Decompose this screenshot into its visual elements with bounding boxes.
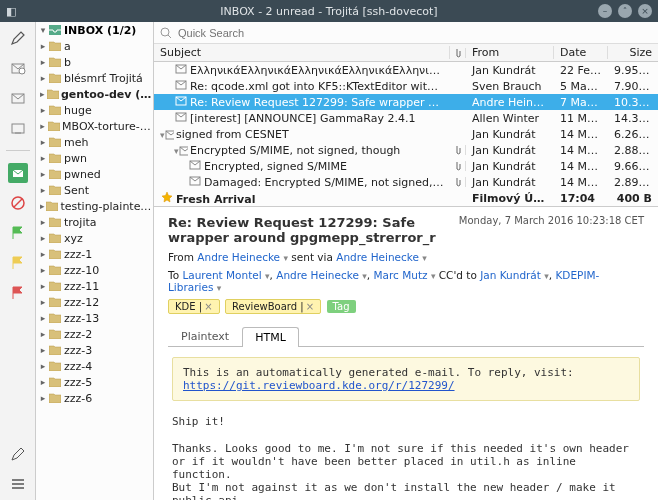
message-list[interactable]: ΕλληνικάΕλληνικάΕλληνικάΕλληνικάΕλληνικά… <box>154 62 658 206</box>
folder-item[interactable]: ▸zzz-1 <box>36 246 153 262</box>
tag-reviewboard[interactable]: ReviewBoard |× <box>225 299 321 314</box>
message-row[interactable]: ▾ Encrypted S/MIME, not signed, thoughJa… <box>154 142 658 158</box>
message-row[interactable]: Encrypted, signed S/MIMEJan Kundrát14 Ma… <box>154 158 658 174</box>
search-input[interactable] <box>178 27 652 39</box>
col-size[interactable]: Size <box>608 46 658 59</box>
folder-item[interactable]: ▸MBOX-torture-test <box>36 118 153 134</box>
expand-icon[interactable]: ▸ <box>38 393 48 403</box>
app-menu-icon[interactable]: ◧ <box>6 5 16 18</box>
message-row[interactable]: Damaged: Encrypted S/MIME, not signed, t… <box>154 174 658 190</box>
col-subject[interactable]: Subject <box>154 46 450 59</box>
folder-item[interactable]: ▸gentoo-dev (15… <box>36 86 153 102</box>
folder-item[interactable]: ▸pwned <box>36 166 153 182</box>
expand-icon[interactable]: ▸ <box>38 105 48 115</box>
mark-read-icon[interactable] <box>8 163 28 183</box>
expand-icon[interactable]: ▸ <box>38 265 48 275</box>
message-row[interactable]: Fresh ArrivalFilmový Účet17:04400 B <box>154 190 658 206</box>
from-link[interactable]: Andre Heinecke <box>197 251 280 263</box>
to-link[interactable]: Laurent Montel <box>182 269 261 281</box>
message-row[interactable]: Re: qcode.xml got into KF5::KTextEditor … <box>154 78 658 94</box>
expand-icon[interactable]: ▸ <box>38 57 48 67</box>
action-toolbar <box>0 22 36 500</box>
sent-via-link[interactable]: Andre Heinecke <box>336 251 419 263</box>
col-date[interactable]: Date <box>554 46 608 59</box>
message-row[interactable]: [interest] [ANNOUNCE] GammaRay 2.4.1Alle… <box>154 110 658 126</box>
folder-item[interactable]: ▸pwn <box>36 150 153 166</box>
expand-icon[interactable]: ▸ <box>38 329 48 339</box>
folder-item[interactable]: ▸zzz-6 <box>36 390 153 406</box>
expand-icon[interactable]: ▸ <box>38 89 47 99</box>
expand-icon[interactable]: ▸ <box>38 121 47 131</box>
expand-icon[interactable]: ▸ <box>38 137 48 147</box>
folder-item[interactable]: ▸testing-plaintext-f… <box>36 198 153 214</box>
expand-icon[interactable]: ▸ <box>38 377 48 387</box>
message-row[interactable]: Re: Review Request 127299: Safe wrapper … <box>154 94 658 110</box>
flag-green-icon[interactable] <box>8 223 28 243</box>
expand-icon[interactable]: ▸ <box>38 297 48 307</box>
close-button[interactable]: × <box>638 4 652 18</box>
expand-icon[interactable]: ▸ <box>38 41 48 51</box>
chevron-down-icon[interactable]: ▾ <box>283 253 288 263</box>
expand-icon[interactable]: ▸ <box>38 217 48 227</box>
folder-item[interactable]: ▸zzz-3 <box>36 342 153 358</box>
message-header-row[interactable]: Subject From Date Size <box>154 44 658 62</box>
menu-icon[interactable] <box>8 474 28 494</box>
cc-link[interactable]: Jan Kundrát <box>480 269 541 281</box>
message-row[interactable]: ΕλληνικάΕλληνικάΕλληνικάΕλληνικάΕλληνικά… <box>154 62 658 78</box>
reply-private-icon[interactable] <box>8 58 28 78</box>
preview-body[interactable]: This is an automatically generated e-mai… <box>154 347 658 500</box>
folder-item[interactable]: ▸blésmrť Trojitá <box>36 70 153 86</box>
folder-inbox[interactable]: ▾ INBOX (1/2) <box>36 22 153 38</box>
minimize-button[interactable]: – <box>598 4 612 18</box>
folder-item[interactable]: ▸zzz-4 <box>36 358 153 374</box>
folder-item[interactable]: ▸xyz <box>36 230 153 246</box>
edit-icon[interactable] <box>8 444 28 464</box>
col-from[interactable]: From <box>466 46 554 59</box>
to-link[interactable]: Marc Mutz <box>373 269 427 281</box>
expand-icon[interactable]: ▸ <box>38 249 48 259</box>
expand-icon[interactable]: ▸ <box>38 185 48 195</box>
expand-icon[interactable]: ▸ <box>38 169 48 179</box>
folder-item[interactable]: ▸zzz-12 <box>36 294 153 310</box>
flag-yellow-icon[interactable] <box>8 253 28 273</box>
compose-icon[interactable] <box>8 28 28 48</box>
tag-add-button[interactable]: Tag <box>327 300 356 313</box>
expand-icon[interactable]: ▸ <box>38 73 48 83</box>
expand-icon[interactable]: ▸ <box>38 345 48 355</box>
expand-icon[interactable]: ▸ <box>38 361 48 371</box>
folder-icon <box>48 105 62 115</box>
reply-all-icon[interactable] <box>8 88 28 108</box>
folder-item[interactable]: ▸zzz-5 <box>36 374 153 390</box>
folder-item[interactable]: ▸b <box>36 54 153 70</box>
flag-red-icon[interactable] <box>8 283 28 303</box>
folder-item[interactable]: ▸Sent <box>36 182 153 198</box>
expand-icon[interactable]: ▸ <box>38 281 48 291</box>
tab-plaintext[interactable]: Plaintext <box>168 326 242 346</box>
search-bar[interactable] <box>154 22 658 44</box>
folder-item[interactable]: ▸zzz-11 <box>36 278 153 294</box>
expand-icon[interactable]: ▸ <box>38 313 48 323</box>
expand-icon[interactable]: ▸ <box>38 201 46 211</box>
to-link[interactable]: Andre Heinecke <box>276 269 359 281</box>
tag-remove-icon[interactable]: × <box>306 301 314 312</box>
folder-item[interactable]: ▸trojita <box>36 214 153 230</box>
expand-icon[interactable]: ▸ <box>38 233 48 243</box>
notice-link[interactable]: https://git.reviewboard.kde.org/r/127299… <box>183 379 455 392</box>
col-attachment[interactable] <box>450 48 466 58</box>
folder-item[interactable]: ▸meh <box>36 134 153 150</box>
expand-icon[interactable]: ▸ <box>38 153 48 163</box>
maximize-button[interactable]: ˄ <box>618 4 632 18</box>
tab-html[interactable]: HTML <box>242 327 299 347</box>
block-icon[interactable] <box>8 193 28 213</box>
chevron-down-icon[interactable]: ▾ <box>422 253 427 263</box>
folder-item[interactable]: ▸huge <box>36 102 153 118</box>
folder-tree[interactable]: ▾ INBOX (1/2) ▸a▸b▸blésmrť Trojitá▸gento… <box>36 22 154 500</box>
folder-item[interactable]: ▸a <box>36 38 153 54</box>
message-row[interactable]: ▾ signed from CESNETJan Kundrát14 Mar…6.… <box>154 126 658 142</box>
tag-remove-icon[interactable]: × <box>204 301 212 312</box>
folder-item[interactable]: ▸zzz-10 <box>36 262 153 278</box>
folder-item[interactable]: ▸zzz-2 <box>36 326 153 342</box>
folder-item[interactable]: ▸zzz-13 <box>36 310 153 326</box>
tag-kde[interactable]: KDE |× <box>168 299 220 314</box>
forward-icon[interactable] <box>8 118 28 138</box>
